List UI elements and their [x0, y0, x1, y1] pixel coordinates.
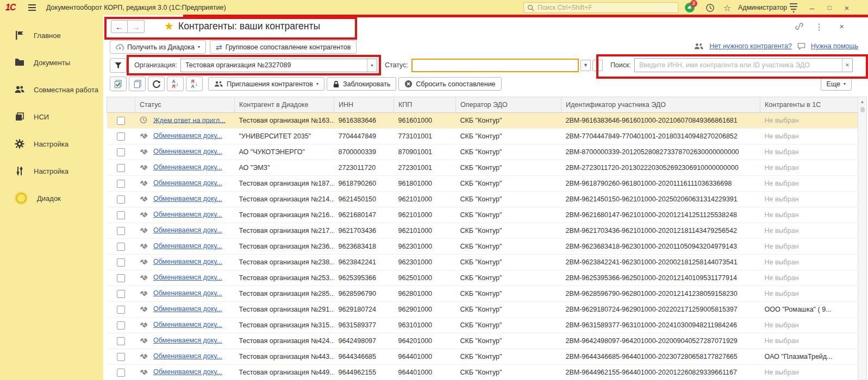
sidebar-item-dokumenty[interactable]: Документы [0, 49, 103, 76]
sidebar-item-nsi[interactable]: НСИ [0, 103, 103, 130]
header-c1c[interactable]: Контрагенты в 1С [760, 97, 858, 113]
header-operator[interactable]: Оператор ЭДО [456, 97, 561, 113]
user-menu[interactable]: Администратор [738, 0, 787, 15]
row-checkbox[interactable] [117, 337, 125, 345]
row-checkbox[interactable] [117, 148, 125, 156]
row-checkbox[interactable] [117, 180, 125, 188]
row-checkbox[interactable] [117, 195, 125, 204]
sidebar-item-diadok[interactable]: Диадок [0, 185, 103, 212]
clear-marks-button[interactable] [129, 77, 146, 91]
sidebar-item-nastroyka-sliders[interactable]: Настройка [0, 157, 103, 185]
maximize-button[interactable]: □ [823, 0, 836, 15]
row-checkbox[interactable] [117, 117, 125, 125]
status-link[interactable]: Обмениваемся доку... [153, 242, 222, 250]
status-link[interactable]: Обмениваемся доку... [153, 226, 222, 234]
status-link[interactable]: Обмениваемся доку... [153, 321, 222, 328]
status-link[interactable]: Обмениваемся доку... [153, 274, 222, 281]
copy-link-icon[interactable] [795, 22, 804, 33]
global-search-input[interactable]: Поиск Ctrl+Shift+F [523, 2, 678, 13]
more-button[interactable]: Еще▾ [821, 77, 852, 91]
table-row[interactable]: Ждем ответ на пригл... Тестовая организа… [107, 113, 858, 129]
table-row[interactable]: Обмениваемся доку... АО "ЧУКОТЭНЕРГО" 87… [107, 144, 858, 160]
table-row[interactable]: Обмениваемся доку... Тестовая организаци… [107, 333, 858, 349]
header-kpp[interactable]: КПП [394, 97, 456, 113]
table-scrollbar[interactable]: ▲ [858, 97, 867, 380]
filter-funnel-button[interactable] [110, 58, 127, 73]
form-more-icon[interactable]: ⋮ [815, 22, 823, 32]
table-row[interactable]: Обмениваемся доку... Тестовая организаци… [107, 286, 858, 302]
row-checkbox[interactable] [117, 164, 125, 172]
need-help-link[interactable]: Нужна помощь [811, 42, 858, 50]
table-row[interactable]: Обмениваемся доку... Тестовая организаци… [107, 255, 858, 270]
table-row[interactable]: Обмениваемся доку... Тестовая организаци… [107, 207, 858, 223]
table-row[interactable]: Обмениваемся доку... Тестовая организаци… [107, 223, 858, 239]
status-link[interactable]: Обмениваемся доку... [153, 258, 222, 265]
status-link[interactable]: Обмениваемся доку... [153, 132, 222, 140]
nav-back-button[interactable]: ← [111, 20, 128, 33]
status-link[interactable]: Обмениваемся доку... [153, 289, 222, 297]
row-checkbox[interactable] [117, 227, 125, 235]
scrollbar-thumb[interactable] [860, 107, 865, 112]
table-row[interactable]: Обмениваемся доку... АО "ЭМЗ" 2723011720… [107, 160, 858, 176]
header-status[interactable]: Статус [135, 97, 235, 113]
row-checkbox[interactable] [117, 369, 125, 377]
table-row[interactable]: Обмениваемся доку... Тестовая организаци… [107, 270, 858, 286]
table-row[interactable]: Обмениваемся доку... Тестовая организаци… [107, 192, 858, 207]
row-checkbox[interactable] [117, 132, 125, 141]
status-link[interactable]: Обмениваемся доку... [153, 305, 222, 313]
status-link[interactable]: Обмениваемся доку... [153, 337, 222, 344]
status-link[interactable]: Обмениваемся доку... [153, 148, 222, 155]
header-edo-id[interactable]: Идентификатор участника ЭДО [561, 97, 760, 113]
org-combo-dropdown-icon[interactable]: ▼ [367, 59, 377, 72]
table-row[interactable]: Обмениваемся доку... Тестовая организаци… [107, 349, 858, 365]
block-button[interactable]: Заблокировать [327, 77, 396, 91]
row-checkbox[interactable] [117, 306, 125, 314]
status-link[interactable]: Обмениваемся доку... [153, 352, 222, 360]
reset-mapping-button[interactable]: Сбросить сопоставление [398, 77, 501, 91]
table-row[interactable]: Обмениваемся доку... Тестовая организаци… [107, 176, 858, 192]
nav-forward-button[interactable]: → [128, 20, 145, 33]
status-link[interactable]: Ждем ответ на пригл... [153, 116, 226, 124]
table-row[interactable]: Обмениваемся доку... Тестовая организаци… [107, 239, 858, 255]
row-checkbox[interactable] [117, 274, 125, 282]
get-from-diadoc-button[interactable]: Получить из Диадока▾ [110, 40, 206, 54]
row-checkbox[interactable] [117, 211, 125, 219]
counterparty-search-input[interactable]: Введите ИНН, имя контрагента или ID учас… [634, 58, 853, 72]
sort-asc-button[interactable]: АЯ↓ [167, 77, 184, 91]
service-menu-icon[interactable]: ▾ [787, 0, 800, 15]
sidebar-item-glavnoe[interactable]: Главное [0, 22, 103, 49]
status-link[interactable]: Обмениваемся доку... [153, 195, 222, 202]
header-inn[interactable]: ИНН [334, 97, 394, 113]
status-combo-dropdown-icon[interactable]: ▼ [580, 60, 591, 71]
status-link[interactable]: Обмениваемся доку... [153, 211, 222, 218]
scrollbar-up-icon[interactable]: ▲ [858, 99, 866, 104]
history-icon[interactable] [703, 0, 716, 15]
refresh-button[interactable] [148, 77, 165, 91]
sidebar-item-sovmestnaya-rabota[interactable]: Совместная работа [0, 76, 103, 103]
table-row[interactable]: Обмениваемся доку... "УНИВЕРСИТЕТ 2035" … [107, 129, 858, 144]
org-filter-combo[interactable]: Тестовая организация №2327089 ▼ [180, 59, 377, 72]
form-close-icon[interactable]: × [839, 22, 844, 31]
search-clear-icon[interactable]: ✕ [842, 59, 852, 72]
row-checkbox[interactable] [117, 321, 125, 330]
set-marks-button[interactable] [110, 77, 127, 91]
favorites-star-icon[interactable]: ☆ [721, 0, 734, 15]
status-link[interactable]: Обмениваемся доку... [153, 368, 222, 376]
row-checkbox[interactable] [117, 290, 125, 298]
no-counterparty-link[interactable]: Нет нужного контрагента? [709, 42, 792, 50]
table-row[interactable]: Обмениваемся доку... Тестовая организаци… [107, 302, 858, 318]
row-checkbox[interactable] [117, 258, 125, 267]
table-row[interactable]: Обмениваемся доку... Тестовая организаци… [107, 318, 858, 333]
group-mapping-button[interactable]: ⇄ Групповое сопоставление контрагентов [210, 40, 357, 54]
status-link[interactable]: Обмениваемся доку... [153, 179, 222, 187]
row-checkbox[interactable] [117, 353, 125, 361]
table-row[interactable]: Обмениваемся доку... Тестовая организаци… [107, 365, 858, 380]
status-filter-combo[interactable] [411, 59, 579, 72]
main-menu-icon[interactable] [28, 0, 36, 15]
minimize-button[interactable]: – [805, 0, 819, 15]
sidebar-item-nastroyka-gear[interactable]: Настройка [0, 130, 103, 157]
row-checkbox[interactable] [117, 243, 125, 251]
status-combo-clear-icon[interactable]: ✕ [592, 60, 603, 71]
page-favorite-star-icon[interactable]: ★ [164, 20, 174, 33]
sort-desc-button[interactable]: ЯА↓ [186, 77, 203, 91]
